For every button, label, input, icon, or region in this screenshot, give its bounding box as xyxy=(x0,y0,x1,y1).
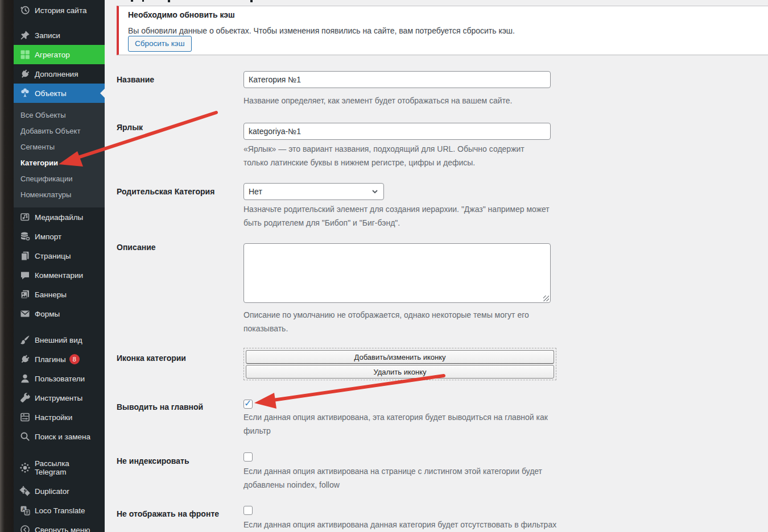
sidebar-item-settings[interactable]: Настройки xyxy=(14,408,105,427)
main-content: Необходимо обновить кэш Вы обновили данн… xyxy=(105,0,768,532)
description-help: Описание по умолчанию не отображается, о… xyxy=(243,308,551,335)
show-on-main-help: Если данная опция активирована, эта кате… xyxy=(243,410,558,438)
desktop-edge-strip xyxy=(0,0,14,532)
sidebar-item-addons[interactable]: Дополнения xyxy=(14,64,105,84)
admin-sidebar: История сайтаЗаписиАгрегаторДополненияОб… xyxy=(14,0,105,532)
selected-option: Нет xyxy=(249,187,262,196)
wp-admin-edit-category-page: { "colors": { "sidebar_bg": "#1d2327", "… xyxy=(0,0,768,532)
parent-category-label: Родительская Категория xyxy=(117,186,214,197)
sidebar-item-label: Баннеры xyxy=(35,290,67,299)
sidebar-item-aggregator[interactable]: Агрегатор xyxy=(14,45,105,64)
parent-category-select[interactable]: Нет xyxy=(243,183,384,200)
sidebar-item-add-object[interactable]: Добавить Объект xyxy=(14,123,105,139)
sidebar-item-label: Loco Translate xyxy=(35,506,85,515)
search-icon xyxy=(19,431,31,442)
sidebar-item-label: Поиск и замена xyxy=(35,433,90,441)
sidebar-item-duplicator[interactable]: Duplicator xyxy=(14,481,105,501)
sidebar-item-media[interactable]: Медиафайлы xyxy=(14,207,105,227)
slug-input[interactable] xyxy=(243,123,551,140)
sidebar-item-pages[interactable]: Страницы xyxy=(14,246,105,265)
plugin-addon-icon xyxy=(19,68,31,80)
sidebar-item-label: Импорт xyxy=(35,232,61,241)
notice-title: Необходимо обновить кэш xyxy=(128,10,235,19)
sidebar-item-telegram-mailing[interactable]: Рассылка Telegram xyxy=(14,454,105,481)
brush-icon xyxy=(19,334,31,346)
show-on-main-label: Выводить на главной xyxy=(117,402,203,412)
objects-flower-icon xyxy=(19,88,31,99)
hide-on-front-label: Не отображать на фронте xyxy=(117,509,219,519)
sidebar-item-label: Инструменты xyxy=(35,394,82,402)
database-import-icon xyxy=(19,231,31,242)
category-icon-box: Добавить/изменить иконку Удалить иконку xyxy=(243,348,556,380)
duplicator-gears-icon xyxy=(19,485,31,497)
sidebar-item-label: Страницы xyxy=(35,252,71,260)
sidebar-item-categories[interactable]: Категории xyxy=(14,155,105,171)
sidebar-item-forms[interactable]: Формы xyxy=(14,304,105,323)
sidebar-item-label: История сайта xyxy=(35,6,86,15)
sidebar-item-label: Агрегатор xyxy=(35,51,70,59)
description-textarea[interactable] xyxy=(243,243,551,303)
sidebar-item-label: Duplicator xyxy=(35,487,69,496)
clipped-heading-fragment xyxy=(250,0,253,2)
slug-help: «Ярлык» — это вариант названия, подходящ… xyxy=(243,142,551,169)
category-icon-label: Иконка категории xyxy=(117,353,186,363)
sidebar-item-appearance[interactable]: Внешний вид xyxy=(14,330,105,350)
checkmark-icon: ✓ xyxy=(244,398,251,409)
pushpin-icon xyxy=(19,30,31,41)
sidebar-item-label: Настройки xyxy=(35,413,72,422)
user-icon xyxy=(19,373,31,384)
comments-icon xyxy=(19,269,31,281)
notice-message: Вы обновили данные о обьектах. Чтобы изм… xyxy=(128,26,515,35)
sidebar-item-label: Медиафайлы xyxy=(35,213,83,222)
name-input[interactable] xyxy=(243,71,551,88)
envelope-icon xyxy=(19,308,31,319)
sidebar-item-label: Пользователи xyxy=(35,375,85,383)
name-label: Название xyxy=(117,74,154,85)
objects-submenu: Все ОбъектыДобавить ОбъектСегментыКатего… xyxy=(14,103,105,207)
sidebar-item-import[interactable]: Импорт xyxy=(14,227,105,246)
sidebar-item-segments[interactable]: Сегменты xyxy=(14,139,105,155)
sidebar-item-collapse-menu[interactable]: Свернуть меню xyxy=(14,520,105,532)
sidebar-item-site-history[interactable]: История сайта xyxy=(14,1,105,20)
sidebar-item-banners[interactable]: Баннеры xyxy=(14,285,105,304)
sidebar-item-nomenclatures[interactable]: Номенклатуры xyxy=(14,187,105,203)
add-change-icon-button[interactable]: Добавить/изменить иконку xyxy=(246,350,554,364)
reset-cache-button[interactable]: Сбросить кэш xyxy=(128,36,192,52)
sidebar-item-objects[interactable]: Объекты xyxy=(14,84,105,103)
sidebar-item-label: Формы xyxy=(35,310,60,318)
chevron-down-icon xyxy=(371,188,379,196)
history-icon xyxy=(19,5,31,16)
media-icon xyxy=(19,211,31,223)
sidebar-item-posts[interactable]: Записи xyxy=(14,26,105,45)
sidebar-item-comments[interactable]: Комментарии xyxy=(14,265,105,285)
sidebar-item-label: Плагины xyxy=(35,355,66,364)
hide-on-front-checkbox[interactable]: ✓ xyxy=(243,506,253,515)
sidebar-item-label: Комментарии xyxy=(35,271,83,280)
resize-grip[interactable] xyxy=(543,296,549,301)
current-menu-arrow xyxy=(100,89,105,98)
gear-icon xyxy=(19,462,31,473)
sidebar-item-users[interactable]: Пользователи xyxy=(14,369,105,388)
name-help: Название определяет, как элемент будет о… xyxy=(243,94,562,107)
clipped-heading-fragment xyxy=(168,0,170,2)
sidebar-item-search-replace[interactable]: Поиск и замена xyxy=(14,427,105,446)
sidebar-item-loco-translate[interactable]: ALoco Translate xyxy=(14,501,105,520)
clipped-heading-fragment xyxy=(131,0,133,2)
show-on-main-checkbox[interactable]: ✓ xyxy=(243,400,253,409)
wrench-icon xyxy=(19,392,31,404)
sidebar-item-all-objects[interactable]: Все Объекты xyxy=(14,107,105,123)
sidebar-item-label: Дополнения xyxy=(35,70,78,78)
sidebar-item-specifications[interactable]: Спецификации xyxy=(14,171,105,187)
sidebar-item-tools[interactable]: Инструменты xyxy=(14,388,105,408)
no-index-help: Если данная опция активирована на страни… xyxy=(243,464,554,492)
sidebar-item-plugins[interactable]: Плагины8 xyxy=(14,350,105,369)
collapse-arrow-icon xyxy=(19,524,31,532)
banners-icon xyxy=(19,289,31,300)
grid-icon xyxy=(19,49,31,60)
settings-panel-icon xyxy=(19,412,31,423)
sidebar-item-label: Записи xyxy=(35,31,60,40)
remove-icon-button[interactable]: Удалить иконку xyxy=(246,365,554,379)
slug-label: Ярлык xyxy=(117,122,143,132)
no-index-checkbox[interactable]: ✓ xyxy=(243,452,253,462)
description-label: Описание xyxy=(117,242,156,252)
